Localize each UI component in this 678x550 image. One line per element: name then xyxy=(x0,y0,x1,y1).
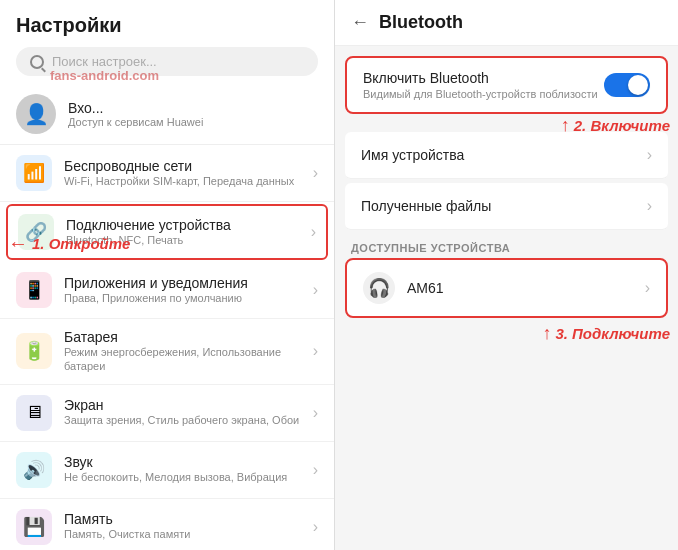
settings-item-display[interactable]: 🖥 Экран Защита зрения, Стиль рабочего эк… xyxy=(0,385,334,442)
profile-info: Вхо... Доступ к сервисам Huawei xyxy=(68,100,318,128)
right-panel: ← Bluetooth Включить Bluetooth Видимый д… xyxy=(335,0,678,550)
annotation-enable: ↑ 2. Включите xyxy=(561,115,670,136)
avatar: 👤 xyxy=(16,94,56,134)
device-item-am61[interactable]: 🎧 AM61 › xyxy=(345,258,668,318)
bluetooth-toggle-row: Включить Bluetooth Видимый для Bluetooth… xyxy=(363,70,650,100)
device-name-label: Имя устройства xyxy=(361,147,464,163)
received-files-row[interactable]: Полученные файлы › xyxy=(345,183,668,230)
annotation-open: ← 1. Откройте xyxy=(8,232,130,255)
settings-item-battery[interactable]: 🔋 Батарея Режим энергосбережения, Исполь… xyxy=(0,319,334,385)
search-box[interactable]: Поиск настроек... xyxy=(16,47,318,76)
chevron-right-icon: › xyxy=(311,223,316,241)
annotation-connect-label: 3. Подключите xyxy=(555,325,670,342)
item-text: Приложения и уведомления Права, Приложен… xyxy=(64,275,301,305)
search-placeholder: Поиск настроек... xyxy=(52,54,157,69)
annotation-enable-label: 2. Включите xyxy=(574,117,670,134)
chevron-right-icon: › xyxy=(647,197,652,215)
settings-item-wireless[interactable]: 📶 Беспроводные сети Wi-Fi, Настройки SIM… xyxy=(0,145,334,202)
item-sub: Wi-Fi, Настройки SIM-карт, Передача данн… xyxy=(64,174,301,188)
chevron-right-icon: › xyxy=(313,404,318,422)
left-panel: Настройки Поиск настроек... 👤 Вхо... Дос… xyxy=(0,0,335,550)
item-title: Беспроводные сети xyxy=(64,158,301,174)
chevron-right-icon: › xyxy=(313,518,318,536)
item-text: Звук Не беспокоить, Мелодия вызова, Вибр… xyxy=(64,454,301,484)
search-icon xyxy=(30,55,44,69)
annotation-open-label: 1. Откройте xyxy=(32,235,130,252)
profile-row[interactable]: 👤 Вхо... Доступ к сервисам Huawei xyxy=(0,84,334,145)
chevron-right-icon: › xyxy=(313,164,318,182)
bluetooth-toggle-section: Включить Bluetooth Видимый для Bluetooth… xyxy=(345,56,668,114)
right-title: Bluetooth xyxy=(379,12,463,33)
arrow-up-icon: ↑ xyxy=(561,115,570,136)
profile-sub: Доступ к сервисам Huawei xyxy=(68,116,318,128)
settings-item-sound[interactable]: 🔊 Звук Не беспокоить, Мелодия вызова, Ви… xyxy=(0,442,334,499)
device-name: AM61 xyxy=(407,280,444,296)
chevron-right-icon: › xyxy=(313,461,318,479)
display-icon: 🖥 xyxy=(16,395,52,431)
item-sub: Защита зрения, Стиль рабочего экрана, Об… xyxy=(64,413,301,427)
item-text: Память Память, Очистка памяти xyxy=(64,511,301,541)
toggle-label-group: Включить Bluetooth Видимый для Bluetooth… xyxy=(363,70,598,100)
wifi-icon: 📶 xyxy=(16,155,52,191)
device-left: 🎧 AM61 xyxy=(363,272,444,304)
right-content: Включить Bluetooth Видимый для Bluetooth… xyxy=(335,46,678,550)
item-title: Память xyxy=(64,511,301,527)
item-sub: Права, Приложения по умолчанию xyxy=(64,291,301,305)
headphone-icon: 🎧 xyxy=(363,272,395,304)
settings-item-apps[interactable]: 📱 Приложения и уведомления Права, Прилож… xyxy=(0,262,334,319)
apps-icon: 📱 xyxy=(16,272,52,308)
right-header: ← Bluetooth xyxy=(335,0,678,46)
item-title: Батарея xyxy=(64,329,301,345)
chevron-right-icon: › xyxy=(313,281,318,299)
item-sub: Не беспокоить, Мелодия вызова, Вибрация xyxy=(64,470,301,484)
bluetooth-toggle-label: Включить Bluetooth xyxy=(363,70,598,86)
page-title: Настройки xyxy=(16,14,318,37)
available-devices-header: ДОСТУПНЫЕ УСТРОЙСТВА xyxy=(335,234,678,258)
item-sub: Режим энергосбережения, Использование ба… xyxy=(64,345,301,374)
left-header: Настройки Поиск настроек... xyxy=(0,0,334,84)
bluetooth-toggle-sub: Видимый для Bluetooth-устройств поблизос… xyxy=(363,88,598,100)
app-wrapper: Настройки Поиск настроек... 👤 Вхо... Дос… xyxy=(0,0,678,550)
battery-icon: 🔋 xyxy=(16,333,52,369)
annotation-connect: ↑ 3. Подключите xyxy=(542,323,670,344)
item-sub: Память, Очистка памяти xyxy=(64,527,301,541)
received-files-label: Полученные файлы xyxy=(361,198,491,214)
item-text: Батарея Режим энергосбережения, Использо… xyxy=(64,329,301,374)
profile-name: Вхо... xyxy=(68,100,318,116)
device-name-row[interactable]: Имя устройства › xyxy=(345,132,668,179)
item-title: Приложения и уведомления xyxy=(64,275,301,291)
item-title: Подключение устройства xyxy=(66,217,299,233)
item-text: Беспроводные сети Wi-Fi, Настройки SIM-к… xyxy=(64,158,301,188)
bluetooth-toggle-switch[interactable] xyxy=(604,73,650,97)
settings-list: 📶 Беспроводные сети Wi-Fi, Настройки SIM… xyxy=(0,145,334,550)
item-text: Экран Защита зрения, Стиль рабочего экра… xyxy=(64,397,301,427)
chevron-right-icon: › xyxy=(313,342,318,360)
chevron-right-icon: › xyxy=(647,146,652,164)
chevron-right-icon: › xyxy=(645,279,650,297)
back-button[interactable]: ← xyxy=(351,12,369,33)
item-title: Звук xyxy=(64,454,301,470)
settings-item-storage[interactable]: 💾 Память Память, Очистка памяти › xyxy=(0,499,334,550)
storage-icon: 💾 xyxy=(16,509,52,545)
item-title: Экран xyxy=(64,397,301,413)
arrow-up2-icon: ↑ xyxy=(542,323,551,344)
arrow-left-icon: ← xyxy=(8,232,28,255)
sound-icon: 🔊 xyxy=(16,452,52,488)
